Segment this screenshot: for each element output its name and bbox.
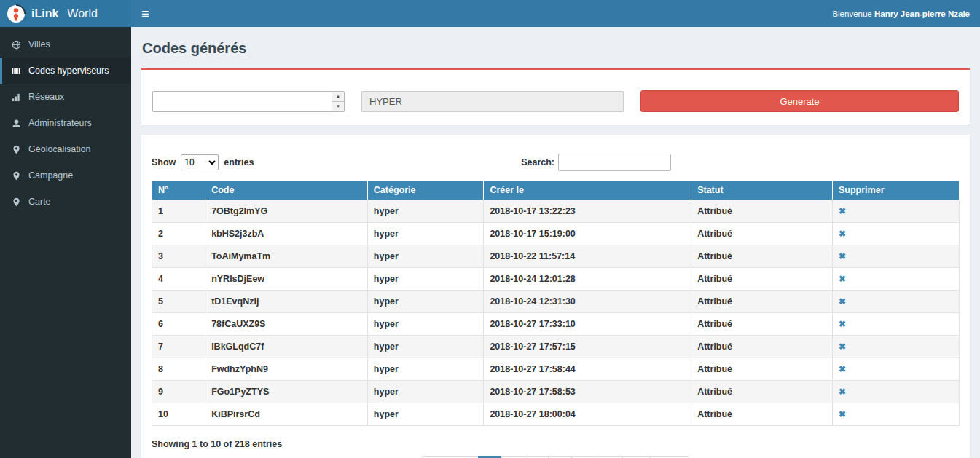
code-generator-panel: ▲ ▼ Generate [141,68,970,125]
globe-icon [12,40,21,50]
sidebar-item-label: Géolocalisation [28,144,90,154]
sidebar-item-codes-hyperviseurs[interactable]: Codes hyperviseurs [0,58,131,84]
user-menu[interactable]: Bienvenue Hanry Jean-pierre Nzale [832,9,970,18]
cell-category: hyper [367,200,484,223]
table-row: 1 7OBtg2lmYG hyper 2018-10-17 13:22:23 A… [152,200,960,223]
delete-icon[interactable]: ✖ [839,251,846,261]
delete-icon[interactable]: ✖ [839,409,846,419]
page-content: Codes générés ▲ ▼ Generate [131,27,980,458]
cell-code: FGo1PyZTYS [205,381,368,403]
delete-icon[interactable]: ✖ [839,296,846,307]
cell-num: 5 [152,291,205,313]
cell-code: ToAiMymaTm [205,245,368,268]
cell-status: Attribué [691,336,833,358]
delete-icon[interactable]: ✖ [839,387,846,397]
sidebar-menu: Villes Codes hyperviseurs [0,27,131,215]
cell-created: 2018-10-27 17:33:10 [484,313,691,336]
cell-category: hyper [367,245,484,268]
cell-category: hyper [367,336,484,358]
cell-code: 7OBtg2lmYG [205,200,368,223]
cell-delete: ✖ [833,381,960,403]
cell-code: IBkGLqdC7f [205,336,368,358]
user-icon [12,119,21,128]
cell-status: Attribué [691,313,833,336]
cell-num: 8 [152,358,205,381]
generate-button[interactable]: Generate [640,90,959,112]
cell-num: 2 [152,223,205,245]
cell-status: Attribué [691,291,833,313]
cell-category: hyper [367,381,484,403]
cell-created: 2018-10-27 17:57:15 [484,336,691,358]
delete-icon[interactable]: ✖ [839,206,846,216]
table-row: 4 nYRIsDjEew hyper 2018-10-24 12:01:28 A… [152,268,960,291]
generator-form-row: ▲ ▼ Generate [152,90,959,112]
column-header-created[interactable]: Créer le [484,181,691,200]
search-input[interactable] [558,154,671,171]
codes-table-body: 1 7OBtg2lmYG hyper 2018-10-17 13:22:23 A… [152,200,960,426]
delete-icon[interactable]: ✖ [839,341,846,352]
brand-name-light: World [67,7,98,20]
map-marker-icon [12,145,21,154]
column-header-delete[interactable]: Supprimer [833,181,960,200]
table-row: 10 KiBPirsrCd hyper 2018-10-27 18:00:04 … [152,403,960,426]
sidebar-item-label: Codes hyperviseurs [28,66,109,76]
category-field[interactable] [361,91,624,112]
column-header-code[interactable]: Code [205,181,368,200]
signal-bars-icon [12,92,21,102]
cell-num: 1 [152,200,205,223]
code-count-input[interactable] [153,92,332,111]
delete-icon[interactable]: ✖ [839,274,846,284]
column-header-category[interactable]: Catégorie [367,181,484,200]
table-row: 6 78fCaUXZ9S hyper 2018-10-27 17:33:10 A… [152,313,960,336]
cell-delete: ✖ [833,245,960,268]
table-row: 7 IBkGLqdC7f hyper 2018-10-27 17:57:15 A… [152,336,960,358]
welcome-label: Bienvenue [832,9,871,18]
sidebar-item-administrateurs[interactable]: Administrateurs [0,110,131,136]
cell-num: 6 [152,313,205,336]
user-name: Hanry Jean-pierre Nzale [874,9,970,18]
cell-created: 2018-10-27 18:00:04 [484,403,691,426]
entries-label: entries [224,157,254,167]
delete-icon[interactable]: ✖ [839,319,846,329]
delete-icon[interactable]: ✖ [839,364,846,374]
cell-category: hyper [367,358,484,381]
cell-created: 2018-10-27 17:58:44 [484,358,691,381]
sidebar-item-label: Administrateurs [28,118,92,128]
cell-num: 7 [152,336,205,358]
sidebar-item-reseaux[interactable]: Réseaux [0,84,131,110]
column-header-num[interactable]: N° [152,181,205,200]
cell-num: 9 [152,381,205,403]
delete-icon[interactable]: ✖ [839,229,846,239]
cell-delete: ✖ [833,358,960,381]
column-header-status[interactable]: Statut [691,181,833,200]
brand-logo[interactable]: iLinkWorld [0,0,131,27]
codes-table: N° Code Catégorie Créer le Statut Suppri… [152,180,960,426]
cell-num: 3 [152,245,205,268]
cell-category: hyper [367,313,484,336]
sidebar-item-carte[interactable]: Carte [0,189,131,215]
sidebar-item-label: Réseaux [28,92,64,102]
cell-delete: ✖ [833,336,960,358]
main-area: ≡ Bienvenue Hanry Jean-pierre Nzale Code… [131,0,980,458]
cell-category: hyper [367,403,484,426]
cell-status: Attribué [691,223,833,245]
spinner-up-icon[interactable]: ▲ [332,92,344,102]
cell-created: 2018-10-22 11:57:14 [484,245,691,268]
sidebar-item-label: Carte [28,197,51,207]
cell-delete: ✖ [833,313,960,336]
cell-created: 2018-10-17 15:19:00 [484,223,691,245]
cell-delete: ✖ [833,200,960,223]
brand-name-bold: iLink [31,7,58,20]
cell-delete: ✖ [833,291,960,313]
sidebar-item-villes[interactable]: Villes [0,31,131,58]
table-row: 8 FwdhzYphN9 hyper 2018-10-27 17:58:44 A… [152,358,960,381]
logo-icon [7,4,26,23]
cell-code: tD1EvqNzIj [205,291,368,313]
spinner-down-icon[interactable]: ▼ [332,102,344,111]
page-size-select[interactable]: 10 [181,154,219,170]
cell-status: Attribué [691,245,833,268]
sidebar-item-campagne[interactable]: Campagne [0,162,131,189]
hamburger-menu-icon[interactable]: ≡ [141,7,149,20]
sidebar-item-geolocalisation[interactable]: Géolocalisation [0,136,131,162]
map-marker-icon [12,197,21,207]
